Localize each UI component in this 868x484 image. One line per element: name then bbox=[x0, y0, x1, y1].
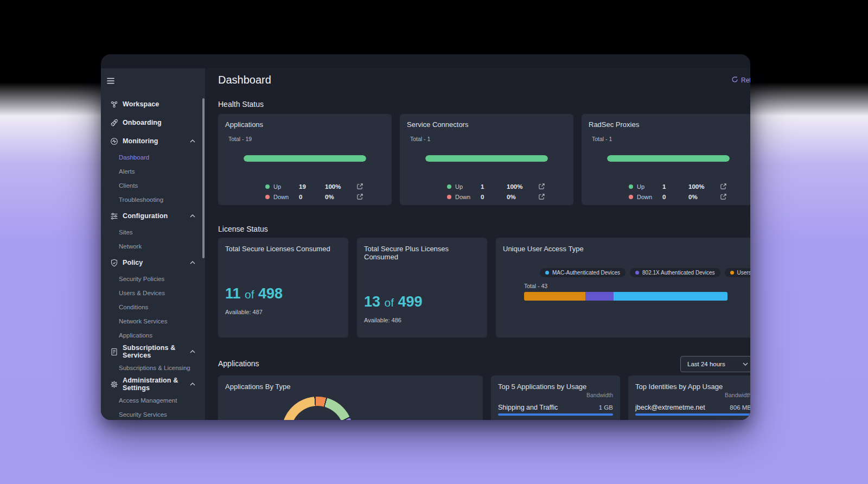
sidebar-item-conditions[interactable]: Conditions bbox=[101, 300, 205, 314]
license-card-secure: Total Secure Licenses Consumed 11 of 498… bbox=[218, 238, 348, 337]
sidebar-item-applications[interactable]: Applications bbox=[101, 328, 205, 342]
identity-bandwidth: 806 MB bbox=[730, 404, 750, 411]
health-card-service-connectors: Service Connectors Total - 1 Up 1 100% bbox=[400, 114, 573, 205]
sidebar-item-label: Subscriptions & Services bbox=[123, 344, 190, 359]
card-title: Top Identities by App Usage bbox=[635, 383, 750, 391]
chevron-up-icon[interactable] bbox=[190, 139, 195, 143]
external-link-icon[interactable] bbox=[720, 193, 727, 200]
sidebar-item-troubleshooting[interactable]: Troubleshooting bbox=[101, 193, 205, 207]
sidebar-item-security-policies[interactable]: Security Policies bbox=[101, 272, 205, 286]
legend-item-users: Users bbox=[725, 268, 751, 277]
sidebar-nav: Workspace Onboarding Monitoring Dashboar… bbox=[101, 68, 205, 420]
sidebar-item-network-services[interactable]: Network Services bbox=[101, 314, 205, 328]
legend-dot bbox=[635, 271, 639, 275]
card-title: Total Secure Licenses Consumed bbox=[225, 245, 341, 253]
main-content: Dashboard Refresh Health Status Applicat… bbox=[205, 68, 750, 420]
external-link-icon[interactable] bbox=[356, 183, 363, 190]
applications-by-type-card: Applications By Type bbox=[218, 375, 483, 420]
sidebar-item-dashboard[interactable]: Dashboard bbox=[101, 150, 205, 164]
sidebar: Workspace Onboarding Monitoring Dashboar… bbox=[101, 68, 205, 420]
time-filter-value: Last 24 hours bbox=[687, 361, 725, 367]
health-bar bbox=[425, 155, 548, 162]
up-percent: 100% bbox=[325, 183, 356, 190]
health-card-applications: Applications Total - 19 Up 19 100% bbox=[218, 114, 392, 205]
chevron-up-icon[interactable] bbox=[190, 214, 195, 218]
chevron-up-icon[interactable] bbox=[190, 350, 195, 353]
sidebar-scrollbar[interactable] bbox=[202, 98, 205, 258]
down-row: Down 0 0% bbox=[265, 192, 385, 202]
sidebar-item-sites[interactable]: Sites bbox=[101, 225, 205, 239]
card-title: Service Connectors bbox=[407, 120, 566, 129]
sidebar-item-onboarding[interactable]: Onboarding bbox=[101, 113, 205, 132]
legend-dot bbox=[730, 271, 734, 275]
total-label: Total - 1 bbox=[410, 136, 566, 142]
sidebar-item-users-devices[interactable]: Users & Devices bbox=[101, 286, 205, 300]
time-filter-dropdown[interactable]: Last 24 hours bbox=[680, 356, 750, 372]
sidebar-item-alerts[interactable]: Alerts bbox=[101, 164, 205, 179]
up-row: Up 1 100% bbox=[629, 181, 748, 192]
chevron-up-icon[interactable] bbox=[190, 261, 195, 264]
down-count: 0 bbox=[481, 194, 507, 200]
up-label: Up bbox=[273, 183, 299, 190]
of-label: of bbox=[385, 296, 394, 309]
sidebar-item-configuration[interactable]: Configuration bbox=[101, 207, 205, 225]
shield-icon bbox=[110, 259, 118, 267]
external-link-icon[interactable] bbox=[538, 193, 545, 200]
access-legend: MAC-Authenticated Devices 802.1X Authent… bbox=[540, 268, 750, 277]
sidebar-item-security-services[interactable]: Security Services bbox=[101, 407, 205, 420]
available-label: Available: 487 bbox=[225, 309, 341, 315]
app-window: Workspace Onboarding Monitoring Dashboar… bbox=[101, 54, 750, 420]
app-name: Shipping and Traffic bbox=[498, 404, 558, 411]
sidebar-item-subscriptions-licensing[interactable]: Subscriptions & Licensing bbox=[101, 361, 205, 375]
usage-row[interactable]: jbeck@extremetme.net 806 MB bbox=[635, 404, 750, 411]
down-percent: 0% bbox=[688, 194, 720, 200]
license-card-secure-plus: Total Secure Plus Licenses Consumed 13 o… bbox=[357, 238, 487, 337]
sidebar-item-access-management[interactable]: Access Management bbox=[101, 393, 205, 407]
sidebar-item-label: Workspace bbox=[123, 100, 159, 108]
consumed-count: 13 bbox=[364, 294, 380, 310]
sidebar-item-subscriptions-services[interactable]: Subscriptions & Services bbox=[101, 342, 205, 361]
sidebar-item-clients[interactable]: Clients bbox=[101, 179, 205, 193]
segment-8021x bbox=[585, 292, 614, 301]
top-applications-card: Top 5 Applications by Usage Bandwidth Sh… bbox=[491, 375, 620, 420]
legend-label: 802.1X Authenticated Devices bbox=[642, 270, 714, 276]
consumed-count: 11 bbox=[225, 285, 241, 302]
down-count: 0 bbox=[662, 194, 688, 200]
hamburger-menu-icon[interactable] bbox=[107, 77, 116, 84]
sidebar-item-label: Onboarding bbox=[123, 119, 162, 126]
applications-by-type-donut bbox=[282, 397, 353, 420]
monitoring-icon bbox=[110, 137, 118, 145]
refresh-button[interactable]: Refresh bbox=[731, 76, 750, 85]
chevron-up-icon[interactable] bbox=[190, 383, 195, 386]
workspace-icon bbox=[110, 100, 118, 109]
sidebar-item-label: Administration & Settings bbox=[123, 377, 190, 392]
chevron-down-icon bbox=[743, 362, 748, 366]
bandwidth-column-label: Bandwidth bbox=[725, 392, 750, 398]
sidebar-item-policy[interactable]: Policy bbox=[101, 253, 205, 272]
external-link-icon[interactable] bbox=[720, 183, 727, 190]
identity-name: jbeck@extremetme.net bbox=[635, 404, 705, 411]
up-status-dot bbox=[629, 184, 633, 189]
app-bandwidth: 1 GB bbox=[599, 404, 613, 411]
up-status-dot bbox=[265, 184, 270, 189]
gear-icon bbox=[110, 380, 118, 389]
down-percent: 0% bbox=[325, 194, 356, 200]
legend-item-8021x: 802.1X Authenticated Devices bbox=[630, 268, 720, 277]
up-count: 19 bbox=[299, 183, 325, 190]
external-link-icon[interactable] bbox=[538, 183, 545, 190]
legend-dot bbox=[545, 271, 549, 275]
refresh-label: Refresh bbox=[741, 77, 750, 84]
card-title: RadSec Proxies bbox=[589, 120, 748, 129]
down-label: Down bbox=[455, 194, 481, 200]
sidebar-item-administration-settings[interactable]: Administration & Settings bbox=[101, 375, 205, 393]
sidebar-item-network[interactable]: Network bbox=[101, 239, 205, 253]
sidebar-item-workspace[interactable]: Workspace bbox=[101, 95, 205, 113]
external-link-icon[interactable] bbox=[356, 193, 363, 200]
up-count: 1 bbox=[662, 183, 688, 190]
refresh-icon bbox=[731, 76, 738, 85]
legend-label: MAC-Authenticated Devices bbox=[552, 270, 620, 276]
access-total-label: Total - 43 bbox=[524, 283, 750, 289]
usage-row[interactable]: Shipping and Traffic 1 GB bbox=[498, 404, 613, 411]
card-title: Total Secure Plus Licenses Consumed bbox=[364, 245, 480, 261]
sidebar-item-monitoring[interactable]: Monitoring bbox=[101, 132, 205, 150]
